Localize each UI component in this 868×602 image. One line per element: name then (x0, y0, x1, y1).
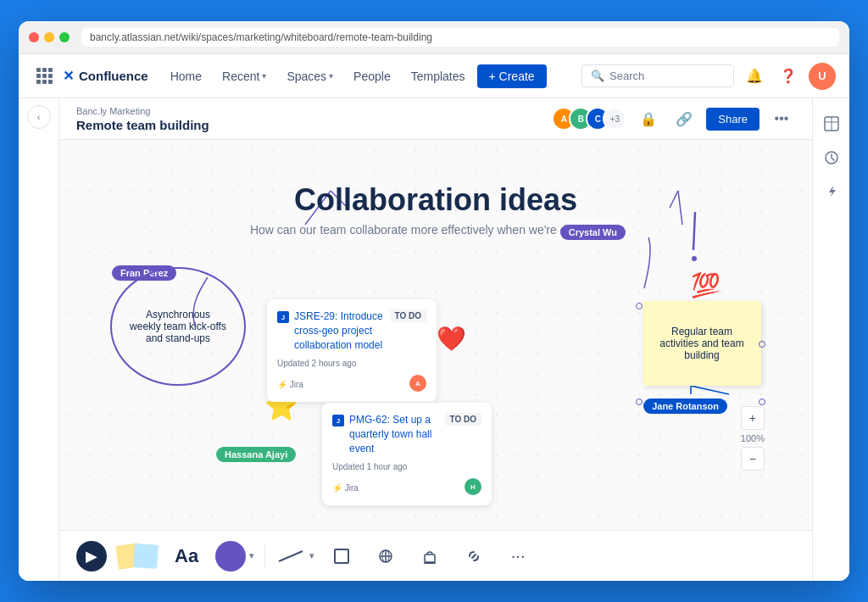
share-button[interactable]: Share (706, 108, 760, 131)
dot-circle-1 (636, 303, 643, 309)
circle-sticky-note[interactable]: Asynchronous weekly team kick-offs and s… (110, 267, 246, 386)
browser-window: bancly.atlassian.net/wiki/spaces/marketi… (19, 21, 849, 581)
line-tool-icon (275, 548, 306, 565)
play-button[interactable]: ▶ (76, 541, 107, 571)
app-switcher-button[interactable] (32, 64, 56, 88)
page-header: Banc.ly Marketing Remote team building A… (59, 98, 812, 140)
top-nav: ✕ Confluence Home Recent ▾ Spaces ▾ Peop… (19, 54, 849, 98)
nav-people[interactable]: People (345, 64, 399, 88)
jira-card-1-updated: Updated 2 hours ago (277, 359, 426, 368)
stamp-icon (421, 548, 438, 565)
close-dot[interactable] (29, 32, 39, 42)
sidebar-toggle-button[interactable]: ‹ (27, 105, 51, 129)
help-button[interactable]: ❓ (775, 63, 802, 90)
sticky-yellow-note[interactable]: Regular team activities and team buildin… (643, 301, 761, 386)
shape-tool[interactable]: ▾ (215, 541, 254, 571)
jira-card-1-status: TO DO (390, 309, 426, 322)
nav-items: Home Recent ▾ Spaces ▾ People Templates … (162, 64, 547, 88)
connect-tool-button[interactable] (369, 539, 403, 573)
nav-templates[interactable]: Templates (403, 64, 474, 88)
dot-circle-3 (636, 399, 643, 405)
sticky-yellow-text: Regular team activities and team buildin… (653, 326, 751, 361)
svg-line-6 (279, 551, 303, 561)
page-actions: A B C +3 🔒 🔗 Share ••• (552, 105, 795, 132)
right-panel (812, 98, 849, 581)
page-title: Remote team building (76, 118, 209, 132)
nav-recent[interactable]: Recent ▾ (214, 64, 275, 88)
chevron-down-icon: ▾ (329, 71, 333, 81)
jira-card-1-source: ⚡ Jira (277, 380, 303, 389)
minimize-dot[interactable] (44, 32, 54, 42)
zoom-percentage: 100% (741, 432, 765, 445)
dot-circle-2 (759, 341, 765, 348)
search-bar[interactable]: 🔍 Search (581, 64, 734, 87)
bottom-toolbar: ▶ Aa ▾ ▾ (59, 530, 812, 581)
user-label-hassana: Hassana Ajayi (216, 447, 296, 462)
connect-icon (377, 548, 394, 565)
more-options-button[interactable]: ••• (768, 105, 795, 132)
lock-button[interactable]: 🔒 (635, 105, 662, 132)
svg-line-14 (472, 555, 476, 558)
jira-card-2-footer: ⚡ Jira H (332, 478, 481, 495)
jira-card-1[interactable]: J JSRE-29: Introduce cross-geo project c… (267, 299, 437, 402)
stamp-tool-button[interactable] (413, 539, 447, 573)
more-tools-button[interactable]: ··· (501, 539, 535, 573)
zoom-in-button[interactable]: + (741, 406, 765, 430)
browser-chrome: bancly.atlassian.net/wiki/spaces/marketi… (19, 21, 849, 54)
user-label-jane: Jane Rotanson (643, 399, 727, 414)
grid-icon (36, 68, 53, 84)
table-view-icon (824, 116, 839, 131)
clock-icon (824, 150, 839, 165)
smart-link-icon[interactable] (816, 176, 847, 207)
sticker-blue (133, 543, 159, 569)
jira-card-1-avatar: A (409, 375, 426, 392)
create-button[interactable]: + Create (477, 64, 547, 88)
sidebar: ‹ (19, 98, 59, 581)
svg-rect-12 (425, 555, 435, 562)
confluence-app: ✕ Confluence Home Recent ▾ Spaces ▾ Peop… (19, 54, 849, 581)
svg-rect-13 (424, 562, 436, 564)
sticker-tool[interactable] (117, 544, 158, 568)
jira-card-2-avatar: H (465, 478, 481, 495)
shape-chevron-icon: ▾ (249, 550, 254, 561)
zoom-out-button[interactable]: − (741, 447, 765, 471)
history-icon[interactable] (816, 142, 847, 173)
expand-dot[interactable] (59, 32, 70, 42)
link-button[interactable]: 🔗 (670, 105, 698, 132)
avatar-group: A B C +3 (552, 107, 626, 131)
search-placeholder: Search (609, 70, 644, 82)
jira-card-1-header: J JSRE-29: Introduce cross-geo project c… (277, 309, 426, 352)
jira-card-2-updated: Updated 1 hour ago (332, 462, 481, 471)
zoom-controls: + 100% − (741, 406, 765, 471)
table-icon[interactable] (816, 109, 847, 139)
link-tool-button[interactable] (457, 539, 491, 573)
jira-icon-2: J (332, 415, 344, 426)
line-tool[interactable]: ▾ (275, 548, 314, 565)
jira-card-2-title: PMG-62: Set up a quarterly town hall eve… (349, 413, 440, 455)
avatar-count[interactable]: +3 (603, 107, 626, 131)
svg-rect-7 (335, 549, 348, 563)
jira-card-2-header: J PMG-62: Set up a quarterly town hall e… (332, 413, 481, 455)
nav-right: 🔍 Search 🔔 ❓ U (581, 63, 836, 90)
nav-home[interactable]: Home (162, 64, 210, 88)
breadcrumb-area: Banc.ly Marketing Remote team building (76, 106, 209, 132)
notifications-button[interactable]: 🔔 (741, 63, 768, 90)
dot-circle-4 (759, 399, 765, 405)
user-avatar[interactable]: U (809, 63, 836, 90)
nav-spaces[interactable]: Spaces ▾ (278, 64, 342, 88)
confluence-logo[interactable]: ✕ Confluence (63, 68, 148, 84)
line-chevron-icon: ▾ (309, 550, 314, 561)
link-icon (465, 548, 482, 565)
rectangle-tool-button[interactable] (325, 539, 359, 573)
search-icon: 🔍 (591, 70, 604, 82)
url-bar[interactable]: bancly.atlassian.net/wiki/spaces/marketi… (81, 28, 839, 47)
jira-card-2-source: ⚡ Jira (332, 483, 359, 493)
main-area: Banc.ly Marketing Remote team building A… (59, 98, 812, 581)
jira-icon: J (277, 311, 289, 323)
hundred-emoji: 💯 (691, 271, 721, 299)
text-tool-button[interactable]: Aa (168, 542, 205, 571)
canvas-main-title: Collaboration ideas (250, 182, 621, 218)
jira-card-2-status: TO DO (445, 413, 481, 426)
canvas[interactable]: Collaboration ideas How can our team col… (59, 140, 812, 530)
jira-card-2[interactable]: J PMG-62: Set up a quarterly town hall e… (322, 403, 492, 505)
